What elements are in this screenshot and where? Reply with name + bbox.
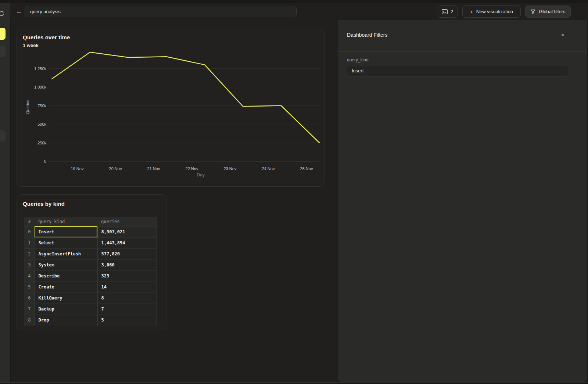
y-tick-label: 250k: [37, 141, 46, 145]
row-index-cell: 7: [24, 304, 35, 315]
x-axis-title: Day: [197, 172, 204, 177]
sidebar-item-active[interactable]: [0, 28, 6, 40]
row-index-cell: 2: [24, 248, 35, 259]
y-axis-title: Queries: [25, 100, 30, 114]
x-tick-label: 20 Nov: [109, 166, 122, 171]
queries-over-time-chart[interactable]: 0250k500k750k1 000k1 250k19 Nov20 Nov21 …: [17, 28, 325, 187]
queries-by-kind-card: Queries by kind # query_kind queries 0In…: [17, 194, 166, 330]
query-kind-cell[interactable]: AsyncInsertFlush: [35, 248, 97, 259]
chart-title: Queries over time: [23, 34, 70, 40]
query-kind-cell[interactable]: System: [35, 259, 97, 270]
y-tick-label: 1 000k: [34, 85, 47, 89]
sql-console-count-button[interactable]: 2: [437, 6, 458, 18]
column-header-query-kind[interactable]: query_kind: [35, 217, 97, 226]
query-kind-cell[interactable]: KillQuery: [35, 293, 97, 304]
x-tick-label: 24 Nov: [262, 166, 275, 171]
query-kind-filter-input[interactable]: [347, 65, 568, 76]
query-kind-cell[interactable]: Insert: [35, 226, 97, 237]
top-bar: ← 2 + New visualization Global filters: [10, 3, 588, 20]
table-row[interactable]: 0Insert8,307,021: [24, 226, 157, 237]
y-tick-label: 1 250k: [34, 67, 47, 71]
table-row[interactable]: 1Select1,443,894: [24, 237, 157, 248]
queries-cell[interactable]: 8: [97, 293, 157, 304]
row-index-cell: 4: [24, 270, 35, 281]
query-kind-cell[interactable]: Create: [35, 281, 97, 293]
table-row[interactable]: 6KillQuery8: [24, 293, 157, 304]
queries-cell[interactable]: 323: [97, 270, 157, 281]
queries-cell[interactable]: 14: [97, 281, 157, 293]
table-row[interactable]: 2AsyncInsertFlush577,820: [24, 248, 157, 259]
console-count: 2: [451, 9, 453, 14]
mini-sidebar: [0, 3, 10, 383]
x-tick-label: 25 Nov: [300, 166, 313, 171]
x-tick-label: 23 Nov: [224, 166, 237, 171]
dashboard-canvas: 0250k500k750k1 000k1 250k19 Nov20 Nov21 …: [11, 20, 338, 383]
y-tick-label: 750k: [37, 104, 46, 108]
queries-cell[interactable]: 1,443,894: [97, 237, 157, 248]
queries-over-time-card: 0250k500k750k1 000k1 250k19 Nov20 Nov21 …: [17, 28, 325, 187]
sidebar-item[interactable]: [0, 46, 6, 57]
new-visualization-label: New visualization: [476, 9, 513, 14]
table-row[interactable]: 4Describe323: [24, 270, 157, 281]
history-icon[interactable]: [0, 10, 5, 18]
row-index-cell: 1: [24, 237, 35, 248]
plus-icon: +: [470, 8, 473, 15]
window-bottom-edge: [0, 383, 588, 383]
global-filters-button[interactable]: Global filters: [525, 6, 571, 18]
y-tick-label: 0: [44, 159, 46, 164]
sidebar-item[interactable]: [0, 130, 6, 141]
chart-subtitle: 1 week: [23, 43, 39, 48]
x-tick-label: 19 Nov: [71, 166, 84, 171]
panel-divider: [338, 51, 587, 52]
queries-cell[interactable]: 577,820: [97, 248, 157, 259]
global-filters-label: Global filters: [539, 9, 565, 14]
row-index-cell: 3: [24, 259, 35, 270]
table-row[interactable]: 7Backup7: [24, 304, 157, 315]
table-row[interactable]: 5Create14: [24, 281, 157, 293]
x-tick-label: 22 Nov: [186, 166, 198, 171]
row-index-cell: 8: [24, 315, 35, 326]
new-visualization-button[interactable]: + New visualization: [462, 6, 521, 18]
funnel-icon: [530, 9, 536, 14]
close-icon[interactable]: ✕: [559, 31, 566, 39]
queries-cell[interactable]: 3,060: [97, 259, 157, 270]
row-index-cell: 5: [24, 281, 35, 293]
table-title: Queries by kind: [23, 201, 65, 207]
dashboard-filters-panel: Dashboard Filters ✕ query_kind: [338, 20, 587, 382]
row-index-cell: 6: [24, 293, 35, 304]
column-header-queries[interactable]: queries: [97, 217, 157, 226]
row-index-cell: 0: [24, 226, 35, 237]
queries-cell[interactable]: 5: [97, 315, 157, 326]
table-row[interactable]: 3System3,060: [24, 259, 157, 270]
console-window-icon: [442, 9, 448, 14]
back-arrow-icon[interactable]: ←: [14, 6, 24, 17]
query-kind-cell[interactable]: Drop: [35, 315, 97, 326]
query-kind-cell[interactable]: Select: [35, 237, 97, 248]
table-header-row: # query_kind queries: [24, 217, 157, 226]
queries-cell[interactable]: 7: [97, 304, 157, 315]
filter-field-label: query_kind: [347, 57, 369, 62]
y-tick-label: 500k: [37, 122, 46, 126]
x-tick-label: 21 Nov: [147, 166, 160, 171]
queries-cell[interactable]: 8,307,021: [97, 226, 157, 237]
column-header-index[interactable]: #: [24, 217, 35, 226]
queries-series-line: [52, 52, 319, 143]
panel-title: Dashboard Filters: [347, 32, 388, 38]
query-kind-cell[interactable]: Backup: [35, 304, 97, 315]
query-kind-cell[interactable]: Describe: [35, 270, 97, 281]
queries-by-kind-table: # query_kind queries 0Insert8,307,0211Se…: [24, 217, 157, 326]
table-row[interactable]: 8Drop5: [24, 315, 157, 326]
dashboard-title-input[interactable]: [25, 6, 297, 17]
